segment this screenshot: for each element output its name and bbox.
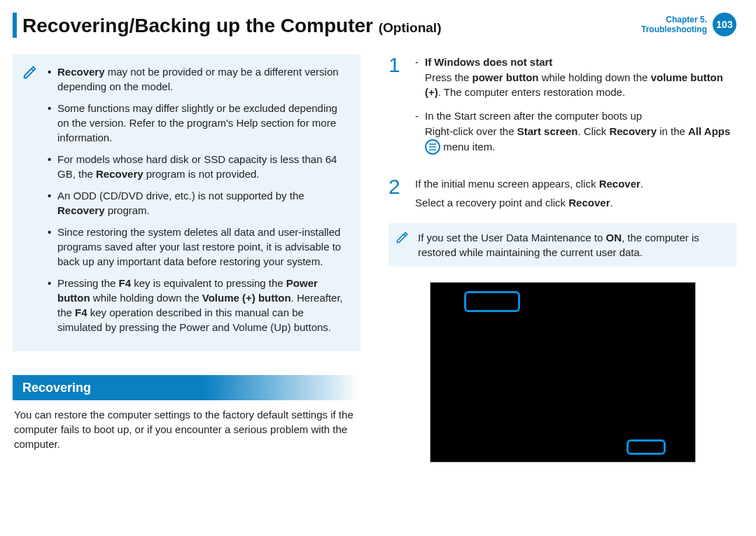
step-line: If the initial menu screen appears, clic… — [415, 176, 736, 192]
text: . The computer enters restoration mode. — [438, 86, 625, 98]
step-body: If the initial menu screen appears, clic… — [415, 176, 736, 211]
text: Press the — [425, 71, 472, 83]
highlight-rect-bottom — [626, 439, 666, 455]
bold-text: F4 — [119, 277, 132, 289]
text: . — [610, 197, 612, 209]
highlight-rect-top — [464, 291, 520, 312]
bold-text: power button — [472, 71, 539, 83]
recovery-screenshot — [430, 282, 696, 463]
text: key is equivalent to pressing the — [131, 277, 286, 289]
note-list: Recovery may not be provided or may be a… — [48, 64, 348, 334]
list-item: Pressing the F4 key is equivalent to pre… — [48, 276, 348, 334]
right-column: 1 If Windows does not start Press the po… — [388, 55, 736, 463]
left-column: Recovery may not be provided or may be a… — [13, 55, 360, 463]
page-title-wrap: Recovering/Backing up the Computer (Opti… — [13, 13, 441, 39]
step-body: If Windows does not start Press the powe… — [415, 55, 736, 164]
chapter-number: Chapter 5. — [641, 15, 707, 24]
step-2: 2 If the initial menu screen appears, cl… — [388, 176, 736, 211]
text: Pressing the — [57, 277, 119, 289]
bold-text: Recover — [599, 178, 640, 190]
recovering-intro: You can restore the computer settings to… — [13, 407, 360, 451]
list-item: Since restoring the system deletes all d… — [48, 225, 348, 269]
text: Select a recovery point and click — [415, 197, 568, 209]
text: If the initial menu screen appears, clic… — [415, 178, 599, 190]
bold-text: F4 — [75, 306, 88, 318]
bold-text: Recover — [568, 197, 610, 209]
text: You can restore the computer settings to… — [14, 409, 354, 450]
note-icon — [22, 64, 38, 80]
bold-text: Recovery — [57, 66, 105, 78]
bold-text: ON — [606, 232, 622, 244]
bold-text: Recovery — [57, 204, 105, 216]
step-1: 1 If Windows does not start Press the po… — [388, 55, 736, 164]
page-number: 103 — [716, 18, 732, 31]
page-title-sub: (Optional) — [379, 20, 442, 35]
text: while holding down the — [539, 71, 651, 83]
dash-item: If Windows does not start Press the powe… — [415, 55, 736, 100]
note-icon — [396, 230, 410, 244]
chapter-name: Troubleshooting — [641, 24, 707, 34]
page-number-badge: 103 — [713, 13, 736, 36]
list-item: For models whose hard disk or SSD capaci… — [48, 152, 348, 181]
text: Some functions may differ slightly or be… — [57, 102, 337, 143]
text: . — [640, 178, 643, 190]
step-line: Select a recovery point and click Recove… — [415, 195, 736, 211]
text: program. — [105, 204, 150, 216]
list-item: Recovery may not be provided or may be a… — [48, 64, 348, 94]
all-apps-icon — [425, 139, 440, 155]
text: If you set the User Data Maintenance to — [418, 232, 606, 244]
text: . Click — [578, 125, 609, 137]
text: key operation described in this manual c… — [57, 306, 331, 333]
list-item: An ODD (CD/DVD drive, etc.) is not suppo… — [48, 188, 348, 218]
bold-text: All Apps — [688, 125, 730, 137]
bold-text: Recovery — [609, 125, 657, 137]
page-header: Recovering/Backing up the Computer (Opti… — [13, 13, 736, 39]
bold-text: Start screen — [517, 125, 578, 137]
text: while holding down the — [90, 292, 202, 304]
bold-text: If Windows does not start — [425, 56, 552, 68]
text: Right-click over the — [425, 125, 517, 137]
text: An ODD (CD/DVD drive, etc.) is not suppo… — [57, 190, 304, 202]
section-heading-text: Recovering — [22, 381, 91, 395]
title-accent-bar — [13, 13, 17, 38]
list-item: Some functions may differ slightly or be… — [48, 101, 348, 145]
text: Since restoring the system deletes all d… — [57, 226, 341, 267]
bold-text: Recovery — [96, 168, 144, 180]
section-heading-recovering: Recovering — [13, 375, 360, 400]
bold-text: Volume (+) button — [202, 292, 291, 304]
content-columns: Recovery may not be provided or may be a… — [13, 55, 736, 463]
text: in the — [657, 125, 688, 137]
text: program is not provided. — [144, 168, 260, 180]
header-meta: Chapter 5. Troubleshooting 103 — [641, 13, 736, 36]
note-box-main: Recovery may not be provided or may be a… — [13, 55, 360, 351]
page-title-main: Recovering/Backing up the Computer — [22, 15, 379, 36]
page-title: Recovering/Backing up the Computer (Opti… — [22, 13, 441, 39]
dash-item: In the Start screen after the computer b… — [415, 108, 736, 155]
note-box-secondary: If you set the User Data Maintenance to … — [388, 223, 736, 267]
chapter-info: Chapter 5. Troubleshooting — [641, 15, 707, 35]
text: In the Start screen after the computer b… — [425, 110, 642, 122]
step-number: 1 — [388, 55, 415, 164]
step-number: 2 — [388, 176, 415, 211]
text: menu item. — [443, 141, 495, 153]
